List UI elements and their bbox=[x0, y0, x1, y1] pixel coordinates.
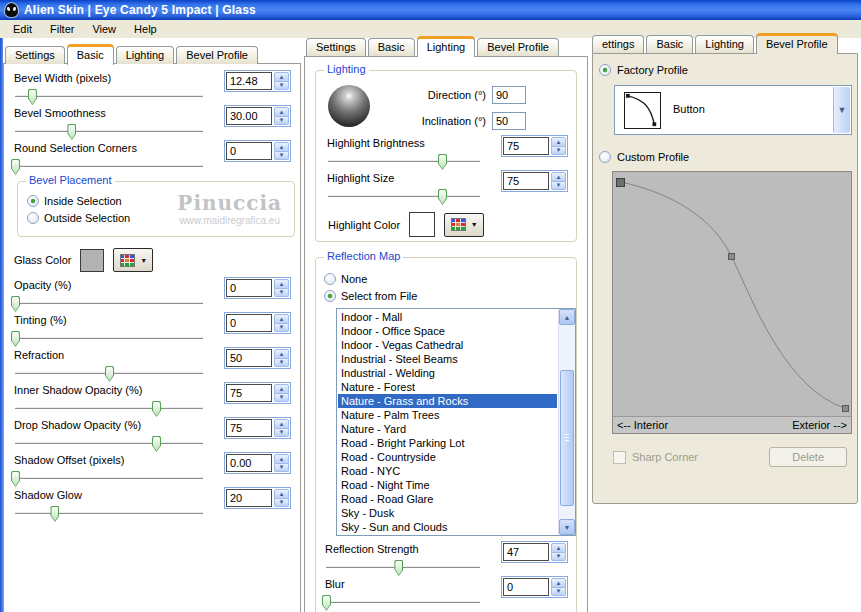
slider-thumb[interactable] bbox=[322, 595, 331, 611]
sharp-corner-checkbox[interactable]: Sharp Corner bbox=[613, 451, 698, 464]
bevel-profile-curve-editor[interactable]: <-- Interior Exterior --> bbox=[612, 171, 852, 434]
tab-settings[interactable]: Settings bbox=[5, 46, 65, 64]
radio-icon[interactable] bbox=[27, 212, 39, 224]
list-item[interactable]: Road - Road Glare bbox=[338, 492, 557, 506]
dropdown-scroll-arrow-icon[interactable]: ▼ bbox=[833, 87, 850, 133]
spinner-down-icon[interactable]: ▼ bbox=[551, 182, 566, 191]
spinner-down-icon[interactable]: ▼ bbox=[274, 152, 289, 161]
list-item[interactable]: Road - Night Time bbox=[338, 478, 557, 492]
highlight-color-swatch[interactable] bbox=[409, 212, 435, 237]
spinner-up-icon[interactable]: ▲ bbox=[274, 419, 289, 429]
value-field[interactable]: 75 bbox=[503, 172, 549, 190]
slider-thumb[interactable] bbox=[11, 471, 20, 487]
list-item[interactable]: Indoor - Vegas Cathedral bbox=[338, 338, 557, 352]
window-titlebar[interactable]: Alien Skin | Eye Candy 5 Impact | Glass bbox=[0, 0, 861, 20]
highlight-color-picker-button[interactable]: ▼ bbox=[444, 213, 484, 237]
slider-track[interactable] bbox=[326, 602, 480, 603]
spinner-up-icon[interactable]: ▲ bbox=[274, 72, 289, 82]
glass-color-picker-button[interactable]: ▼ bbox=[113, 248, 153, 272]
scroll-down-icon[interactable]: ▼ bbox=[559, 519, 575, 535]
list-item[interactable]: Indoor - Mall bbox=[338, 310, 557, 324]
direction-input[interactable]: 90 bbox=[492, 86, 526, 104]
scroll-up-icon[interactable]: ▲ bbox=[559, 309, 575, 325]
list-item[interactable]: Road - Bright Parking Lot bbox=[338, 436, 557, 450]
tab-bevel-profile[interactable]: Bevel Profile bbox=[756, 33, 838, 54]
slider-track[interactable] bbox=[15, 513, 203, 514]
slider-track[interactable] bbox=[328, 161, 480, 162]
slider-track[interactable] bbox=[15, 338, 203, 339]
value-field[interactable]: 0 bbox=[503, 578, 549, 596]
list-scrollbar[interactable]: ▲ ▼ bbox=[558, 309, 575, 535]
spinner-up-icon[interactable]: ▲ bbox=[274, 349, 289, 359]
slider-thumb[interactable] bbox=[11, 159, 20, 175]
curve-handle[interactable] bbox=[842, 405, 849, 412]
menu-view[interactable]: View bbox=[83, 21, 125, 37]
slider-track[interactable] bbox=[15, 166, 203, 167]
slider-thumb[interactable] bbox=[394, 560, 403, 576]
tab-basic[interactable]: Basic bbox=[67, 44, 114, 65]
scrollbar-thumb[interactable] bbox=[560, 370, 574, 506]
value-field[interactable]: 12.48 bbox=[226, 72, 272, 90]
spinner-down-icon[interactable]: ▼ bbox=[274, 429, 289, 438]
slider-thumb[interactable] bbox=[50, 506, 59, 522]
spinner-up-icon[interactable]: ▲ bbox=[274, 314, 289, 324]
tab-basic[interactable]: Basic bbox=[646, 35, 693, 53]
slider-thumb[interactable] bbox=[28, 89, 37, 105]
factory-profile-radio[interactable]: Factory Profile bbox=[599, 62, 849, 78]
radio-select-from-file[interactable]: Select from File bbox=[324, 287, 568, 304]
tab-lighting[interactable]: Lighting bbox=[695, 35, 754, 53]
list-item[interactable]: Nature - Yard bbox=[338, 422, 557, 436]
tab-lighting[interactable]: Lighting bbox=[116, 46, 175, 64]
delete-button[interactable]: Delete bbox=[769, 447, 847, 467]
list-item[interactable]: Nature - Forest bbox=[338, 380, 557, 394]
spinner-up-icon[interactable]: ▲ bbox=[551, 137, 566, 147]
value-field[interactable]: 20 bbox=[226, 489, 272, 507]
curve-handle[interactable] bbox=[616, 178, 625, 187]
slider-thumb[interactable] bbox=[67, 124, 76, 140]
list-item[interactable]: Road - Countryside bbox=[338, 450, 557, 464]
list-item[interactable]: Nature - Grass and Rocks bbox=[338, 394, 557, 408]
spinner-down-icon[interactable]: ▼ bbox=[274, 359, 289, 368]
slider-track[interactable] bbox=[15, 96, 203, 97]
value-field[interactable]: 0 bbox=[226, 142, 272, 160]
slider-track[interactable] bbox=[326, 567, 480, 568]
spinner-down-icon[interactable]: ▼ bbox=[551, 553, 566, 562]
spinner-up-icon[interactable]: ▲ bbox=[274, 454, 289, 464]
tab-ettings[interactable]: ettings bbox=[592, 35, 644, 53]
spinner-down-icon[interactable]: ▼ bbox=[274, 499, 289, 508]
value-field[interactable]: 47 bbox=[503, 543, 549, 561]
value-field[interactable]: 0 bbox=[226, 279, 272, 297]
value-field[interactable]: 50 bbox=[226, 349, 272, 367]
radio-none[interactable]: None bbox=[324, 270, 568, 287]
slider-track[interactable] bbox=[15, 373, 203, 374]
factory-profile-dropdown[interactable]: Button ▼ bbox=[614, 85, 852, 135]
glass-color-swatch[interactable] bbox=[80, 249, 104, 272]
slider-track[interactable] bbox=[328, 196, 480, 197]
radio-icon[interactable] bbox=[324, 273, 336, 285]
curve-handle[interactable] bbox=[728, 253, 735, 260]
custom-profile-radio[interactable]: Custom Profile bbox=[599, 149, 849, 165]
light-direction-ball[interactable] bbox=[328, 85, 370, 127]
value-field[interactable]: 75 bbox=[226, 384, 272, 402]
spinner-up-icon[interactable]: ▲ bbox=[551, 172, 566, 182]
slider-track[interactable] bbox=[15, 408, 203, 409]
slider-thumb[interactable] bbox=[152, 401, 161, 417]
spinner-down-icon[interactable]: ▼ bbox=[274, 117, 289, 126]
spinner-up-icon[interactable]: ▲ bbox=[274, 279, 289, 289]
spinner-down-icon[interactable]: ▼ bbox=[551, 588, 566, 597]
list-item[interactable]: Industrial - Welding bbox=[338, 366, 557, 380]
slider-thumb[interactable] bbox=[105, 366, 114, 382]
tab-bevel-profile[interactable]: Bevel Profile bbox=[477, 38, 559, 56]
menu-help[interactable]: Help bbox=[125, 21, 166, 37]
list-item[interactable]: Road - NYC bbox=[338, 464, 557, 478]
spinner-down-icon[interactable]: ▼ bbox=[274, 289, 289, 298]
slider-thumb[interactable] bbox=[438, 154, 447, 170]
curve-plot[interactable] bbox=[613, 172, 851, 416]
radio-icon[interactable] bbox=[324, 290, 336, 302]
value-field[interactable]: 75 bbox=[503, 137, 549, 155]
spinner-up-icon[interactable]: ▲ bbox=[274, 384, 289, 394]
slider-track[interactable] bbox=[15, 478, 203, 479]
slider-track[interactable] bbox=[15, 303, 203, 304]
spinner-down-icon[interactable]: ▼ bbox=[551, 147, 566, 156]
slider-thumb[interactable] bbox=[11, 296, 20, 312]
